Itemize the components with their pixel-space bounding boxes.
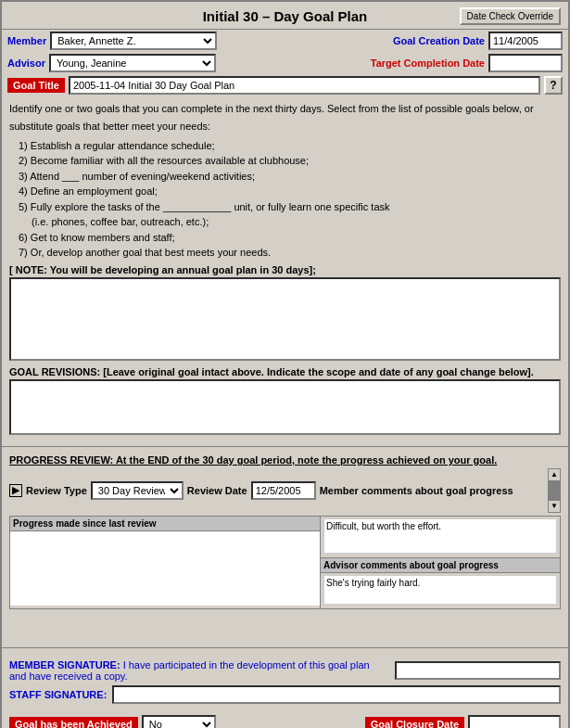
goal-revisions-label: GOAL REVISIONS: [Leave original goal int… — [9, 366, 561, 377]
advisor-comments-label: Advisor comments about goal progress — [321, 557, 560, 573]
goal-item-3: 3) Attend ___ number of evening/weekend … — [19, 169, 561, 185]
member-sig-label: MEMBER SIGNATURE: I have participated in… — [9, 659, 389, 682]
target-completion-input[interactable] — [488, 54, 563, 72]
spacer — [2, 616, 568, 644]
member-comments-textarea[interactable]: Difficult, but worth the effort. — [323, 518, 557, 554]
instructions-line1: Identify one or two goals that you can c… — [9, 102, 561, 116]
review-date-label: Review Date — [187, 485, 247, 496]
goals-list: 1) Establish a regular attendance schedu… — [19, 138, 561, 261]
goal-text-area[interactable] — [9, 277, 561, 361]
goal-item-5b: (i.e. phones, coffee bar, outreach, etc.… — [32, 214, 561, 230]
member-sig-row: MEMBER SIGNATURE: I have participated in… — [9, 659, 561, 682]
member-label: Member — [7, 35, 46, 46]
staff-sig-label: STAFF SIGNATURE: — [9, 689, 107, 700]
date-check-override-button[interactable]: Date Check Override — [460, 7, 561, 25]
advisor-label: Advisor — [7, 57, 45, 69]
advisor-row: Advisor Young, Jeanine Target Completion… — [2, 52, 568, 74]
main-container: Initial 30 – Day Goal Plan Date Check Ov… — [0, 0, 570, 728]
review-type-row: ▶ Review Type 30 Day Review Review Date … — [9, 468, 561, 513]
goal-item-4: 4) Define an employment goal; — [19, 184, 561, 199]
progress-header: PROGRESS REVIEW: At the END of the 30 da… — [9, 454, 561, 466]
goal-item-6: 6) Get to know members and staff; — [19, 230, 561, 246]
arrow-indicator[interactable]: ▶ — [9, 484, 22, 497]
progress-label: Progress made since last review — [10, 517, 320, 531]
goal-item-7: 7) Or, develop another goal that best me… — [19, 245, 561, 261]
note-text: [ NOTE: You will be developing an annual… — [9, 264, 561, 275]
target-completion-label: Target Completion Date — [371, 57, 485, 69]
scroll-down-button[interactable]: ▼ — [548, 500, 561, 513]
goal-achieved-select[interactable]: No — [142, 715, 216, 728]
progress-header-suffix: of the 30 day goal period, note the prog… — [169, 454, 497, 466]
signature-section: MEMBER SIGNATURE: I have participated in… — [2, 656, 568, 711]
advisor-select[interactable]: Young, Jeanine — [49, 54, 216, 72]
progress-left: Progress made since last review — [10, 517, 321, 608]
goal-item-5: 5) Fully explore the tasks of the ______… — [19, 199, 561, 215]
goal-closure-input[interactable] — [468, 715, 561, 728]
member-sig-input[interactable] — [395, 661, 561, 680]
goal-achieved-label: Goal has been Achieved — [9, 717, 138, 728]
progress-section: PROGRESS REVIEW: At the END of the 30 da… — [2, 451, 568, 616]
progress-grid: Progress made since last review Difficul… — [9, 516, 561, 609]
member-row: Member Baker, Annette Z. Goal Creation D… — [2, 30, 568, 52]
goal-title-input[interactable] — [69, 76, 540, 95]
progress-textarea[interactable] — [10, 531, 320, 606]
review-type-select[interactable]: 30 Day Review — [91, 481, 184, 500]
member-comments-area: Difficult, but worth the effort. — [321, 517, 560, 557]
bottom-row: Goal has been Achieved No Goal Closure D… — [2, 711, 568, 728]
progress-header-prefix: PROGRESS REVIEW: At the — [9, 454, 147, 466]
instructions-line2: substitute goals that better meet your n… — [9, 120, 561, 134]
scroll-up-button[interactable]: ▲ — [548, 468, 561, 481]
staff-sig-row: STAFF SIGNATURE: — [9, 685, 561, 704]
goal-item-1: 1) Establish a regular attendance schedu… — [19, 138, 561, 154]
page-title: Initial 30 – Day Goal Plan — [193, 8, 376, 24]
goal-creation-date-input[interactable] — [488, 32, 563, 50]
goal-title-label: Goal Title — [7, 78, 65, 93]
staff-sig-input[interactable] — [112, 685, 561, 704]
goal-title-row: Goal Title ? — [2, 74, 568, 96]
title-bar: Initial 30 – Day Goal Plan Date Check Ov… — [2, 2, 568, 30]
content-area: Identify one or two goals that you can c… — [2, 96, 568, 442]
goal-creation-date-label: Goal Creation Date — [393, 35, 485, 46]
help-button[interactable]: ? — [544, 76, 563, 95]
review-type-label: Review Type — [26, 485, 87, 496]
goal-revisions-textarea[interactable] — [9, 379, 561, 435]
member-select[interactable]: Baker, Annette Z. — [50, 32, 217, 50]
review-date-input[interactable] — [251, 481, 316, 500]
goal-closure-label: Goal Closure Date — [365, 717, 464, 728]
advisor-comments-area: She's trying fairly hard. — [321, 573, 560, 608]
member-comments-label: Member comments about goal progress — [320, 485, 542, 496]
progress-header-highlight: END — [147, 454, 169, 466]
advisor-comments-textarea[interactable]: She's trying fairly hard. — [323, 575, 557, 605]
progress-right: Difficult, but worth the effort. Advisor… — [321, 517, 560, 608]
goal-item-2: 2) Become familiar with all the resource… — [19, 153, 561, 169]
